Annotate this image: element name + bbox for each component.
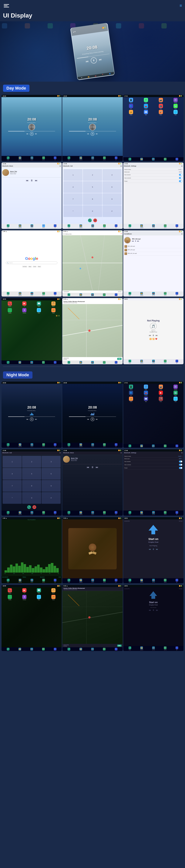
night-screen-apps: 17:41 📶🔋 📱Phone 🎵Music 📷Photos ⚙️Setting…: [123, 381, 184, 448]
day-mode-row3: 1:54 ▲ 📶🔋 Google 🔍Search YouTube Maps Gm…: [0, 229, 185, 297]
hero-next-btn[interactable]: ⏭: [99, 58, 102, 61]
page-title: UI Display: [0, 11, 185, 21]
night-screen-food: 9:33 ▲ 📶🔋 📞DAIL 📻AM/FM: [62, 517, 123, 583]
day-screen-bt-music: 17:46 📶🔋 Bluetooth_Music ✕ Music Title M…: [1, 162, 62, 229]
day-screen-nav-map: 9:33 ▲ 📶🔋 ⬅ A taking route... 📍: [62, 230, 123, 297]
day-screen-google: 1:54 ▲ 📶🔋 Google 🔍Search YouTube Maps Gm…: [1, 230, 62, 297]
day-screen-bt-settings: 17:46 📶🔋 Bluetooth_Settings ✕ Device nam…: [123, 162, 184, 229]
album-art-day2: [89, 124, 96, 130]
hero-prev-btn[interactable]: ⏮: [85, 59, 89, 63]
night-mode-row4: 18:50 📶🔋 📞 Phone ▶ TV ✉️ Msgs: [0, 584, 185, 652]
day-screen-ios-apps: 18:50 📶🔋 📞 Phone ▶ TV ✉️ Msgs: [1, 298, 62, 364]
nav-icon[interactable]: ≡: [180, 3, 182, 8]
day-mode-row1: 20:08 📶🔋 20:08 A touching Story... ⏮ ⏸ ⏭…: [0, 94, 185, 162]
svg-point-3: [91, 256, 94, 258]
night-screen-highway: 18:01 📶🔋 10:16 ETA 9.0 km Start on Dongl…: [123, 517, 184, 583]
night-mode-row1: 20:08 📶🔋 20:08 A touching Story...: [0, 381, 185, 448]
night-screen-turn-nav: 18:01 📶🔋 10:16 ETA 9.0 km Start on Dongl…: [123, 585, 184, 651]
header-left: [3, 2, 10, 9]
header: ≡: [0, 0, 185, 11]
night-screen-player2: 20:08 📶🔋 20:08 A touching Story...: [62, 381, 123, 448]
day-screen-player2: 20:08 📶🔋 20:08 A touching Story... ⏮ ⏸ ⏭…: [62, 95, 123, 161]
album-art-day1: [28, 124, 35, 130]
menu-icon[interactable]: [3, 2, 10, 9]
day-mode-row2: 17:46 📶🔋 Bluetooth_Music ✕ Music Title M…: [0, 162, 185, 229]
night-mode-row2: 17:46 📶🔋 Bluetooth_Call ✕ 1 2 3 4 5 6 7 …: [0, 448, 185, 516]
svg-point-8: [88, 329, 90, 332]
night-screen-restaurant-map: 9:33 ▲ 📶🔋 Sunny Coffee Western Restauran…: [62, 585, 123, 651]
svg-line-9: [62, 612, 123, 623]
hero-controls: ⏮ ⏸ ⏭: [85, 56, 103, 64]
svg-point-4: [80, 268, 81, 269]
day-screen-not-playing: 18:01 📶🔋 Not Playing 🎵 Start onDongliao …: [123, 298, 184, 364]
day-screen-restaurant-map: 9:33 ▲ 📶🔋 Sunny Coffee Western Restauran…: [62, 298, 123, 364]
night-screen-bt-music: 17:46 📶🔋 Bluetooth_Music ✕ Music Title M…: [62, 449, 123, 516]
day-screen-player1: 20:08 📶🔋 20:08 A touching Story... ⏮ ⏸ ⏭…: [1, 95, 62, 161]
day-screen-social-music: 17:46 📶🔋 SocialMusic ✕ 华丰_039.mp3 ⏮ ⏸ ⏭: [123, 230, 184, 297]
night-screen-waveform: 1:54 ▲ 📶🔋 EQ Visualizer: [1, 517, 62, 583]
night-mode-header: Night Mode: [0, 368, 185, 381]
go-button[interactable]: GO: [117, 358, 122, 360]
day-mode-row4: 18:50 📶🔋 📞 Phone ▶ TV ✉️ Msgs: [0, 297, 185, 365]
night-screen-bt-settings: 17:46 📶🔋 Bluetooth_Settings ✕ Device nam…: [123, 449, 184, 516]
google-search-bar[interactable]: 🔍Search: [6, 261, 57, 264]
hero-section: ▲▼ 📶🔋 20:08 A touching Story of time pas…: [0, 21, 185, 82]
day-mode-header: Day Mode: [0, 82, 185, 94]
night-mode-row3: 1:54 ▲ 📶🔋 EQ Visualizer: [0, 517, 185, 584]
night-screen-bt-call: 17:46 📶🔋 Bluetooth_Call ✕ 1 2 3 4 5 6 7 …: [1, 449, 62, 516]
waveform-bars: [4, 561, 59, 572]
day-mode-badge: Day Mode: [3, 85, 29, 92]
go-button-night[interactable]: GO: [117, 645, 122, 647]
svg-point-12: [88, 616, 90, 618]
hero-play-btn[interactable]: ⏸: [90, 57, 97, 64]
night-screen-ios-apps: 18:50 📶🔋 📞 Phone ▶ TV ✉️ Msgs: [1, 585, 62, 651]
night-screen-player1: 20:08 📶🔋 20:08 A touching Story...: [1, 381, 62, 448]
day-screen-bt-call: 17:46 📶🔋 Bluetooth_Call ✕ 1 2 3 4 5 6 7 …: [62, 162, 123, 229]
svg-line-5: [62, 325, 123, 336]
hero-device: ▲▼ 📶🔋 20:08 A touching Story of time pas…: [70, 23, 115, 80]
food-image: [68, 528, 116, 569]
night-mode-badge: Night Mode: [3, 371, 32, 379]
day-screen-apps: 17:41 📶🔋 📱Phone 🎵Music 📷Photos ⚙️Setting…: [123, 95, 184, 161]
